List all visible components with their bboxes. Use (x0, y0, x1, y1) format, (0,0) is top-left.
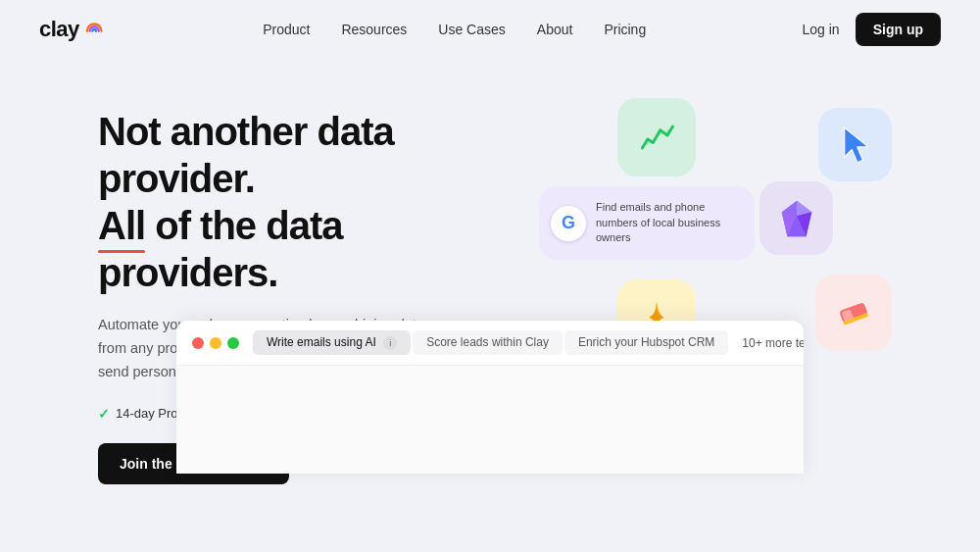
nav-actions: Log in Sign up (803, 13, 941, 46)
google-icon: G (551, 206, 586, 241)
logo[interactable]: clay (39, 17, 107, 42)
pointer-icon (837, 124, 874, 167)
nav-pricing[interactable]: Pricing (604, 22, 646, 37)
nav-product[interactable]: Product (263, 22, 310, 37)
login-button[interactable]: Log in (803, 22, 840, 37)
tab-write-emails[interactable]: Write emails using AI i (253, 330, 411, 355)
nav-links: Product Resources Use Cases About Pricin… (263, 21, 646, 38)
nav-resources[interactable]: Resources (341, 22, 407, 37)
headline-line1: Not another data provider. (98, 110, 394, 200)
toolbar-tabs: Write emails using AI i Score leads with… (253, 330, 728, 355)
traffic-lights (192, 337, 239, 349)
bottom-toolbar: Write emails using AI i Score leads with… (176, 321, 804, 474)
dot-yellow (210, 337, 221, 349)
logo-icon (85, 19, 107, 40)
signup-button[interactable]: Sign up (856, 13, 941, 46)
nav-about[interactable]: About (537, 22, 573, 37)
dot-green (227, 337, 239, 349)
more-templates[interactable]: 10+ more templates → (742, 336, 804, 350)
card-pointer (818, 108, 892, 181)
tab-score-leads[interactable]: Score leads within Clay (413, 330, 563, 355)
card-eraser (815, 275, 892, 351)
tab-enrich-hubspot[interactable]: Enrich your Hubspot CRM (564, 330, 728, 355)
check-icon-1: ✓ (98, 406, 110, 422)
nav-use-cases[interactable]: Use Cases (438, 22, 505, 37)
card-google: G Find emails and phone numbers of local… (539, 186, 755, 260)
chart-icon (635, 116, 678, 159)
navbar: clay Product Resources Use Cases About P… (0, 0, 980, 59)
card-gem (760, 181, 833, 255)
gem-icon (777, 197, 816, 240)
hero-headline: Not another data provider. All of the da… (98, 108, 519, 296)
toolbar-top: Write emails using AI i Score leads with… (176, 321, 804, 366)
eraser-icon (834, 291, 873, 334)
dot-red (192, 337, 204, 349)
headline-all: All (98, 202, 145, 249)
google-card-text: Find emails and phone numbers of local b… (596, 200, 743, 245)
card-chart (617, 98, 696, 176)
logo-text: clay (39, 17, 79, 42)
tab-info-icon: i (383, 336, 397, 350)
toolbar-content (176, 366, 804, 474)
